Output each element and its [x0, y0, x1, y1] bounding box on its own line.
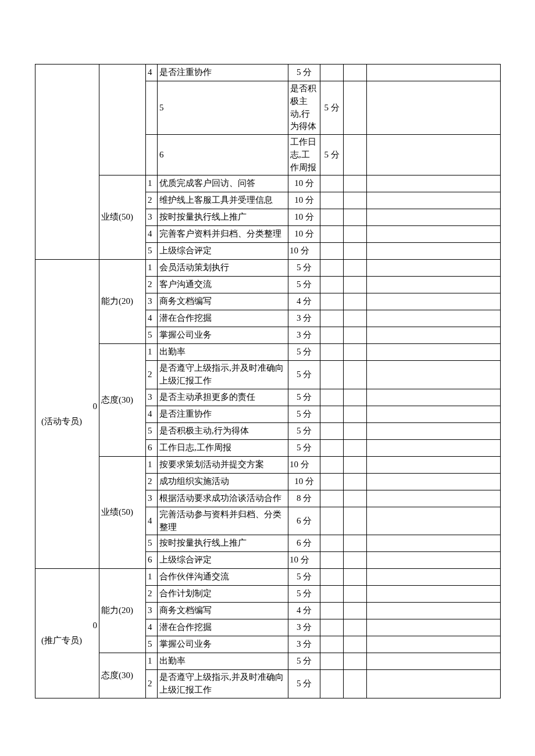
item-score: 10 分	[288, 456, 320, 473]
empty-cell	[344, 277, 367, 293]
item-score: 6 分	[288, 507, 320, 535]
empty-cell	[344, 260, 367, 277]
item-score: 3 分	[288, 310, 320, 327]
item-score: 5 分	[288, 586, 320, 603]
item-score: 5 分	[288, 406, 320, 422]
role-zero: 0	[41, 619, 97, 632]
empty-cell	[367, 310, 501, 327]
empty-cell	[320, 586, 344, 603]
empty-cell	[367, 636, 501, 653]
empty-cell	[344, 603, 367, 619]
empty-cell	[344, 653, 367, 670]
item-score: 5 分	[288, 569, 320, 586]
category-cell	[146, 81, 158, 135]
item-score: 5 分	[288, 344, 320, 361]
item-description: 商务文档编写	[158, 603, 288, 619]
category-cell: 态度(30)	[99, 344, 146, 457]
item-description: 是否积极主动,行为得体	[158, 422, 288, 439]
empty-cell	[320, 439, 344, 456]
empty-cell	[320, 310, 344, 327]
empty-cell	[367, 209, 501, 226]
empty-cell	[367, 569, 501, 586]
item-description: 合作伙伴沟通交流	[158, 569, 288, 586]
empty-cell	[367, 277, 501, 293]
empty-cell	[367, 293, 501, 310]
empty-cell	[367, 192, 501, 209]
empty-cell	[320, 653, 344, 670]
item-description: 工作日志,工作周报	[158, 439, 288, 456]
item-index: 1	[146, 653, 158, 670]
item-index: 5	[146, 422, 158, 439]
category-cell: 能力(20)	[99, 260, 146, 344]
empty-cell	[344, 192, 367, 209]
item-score: 10 分	[288, 192, 320, 209]
item-index: 4	[146, 507, 158, 535]
empty-cell	[320, 344, 344, 361]
item-score: 10 分	[288, 226, 320, 243]
item-index: 2	[146, 473, 158, 490]
empty-cell	[367, 260, 501, 277]
item-description: 出勤率	[158, 653, 288, 670]
item-description: 是否主动承担更多的责任	[158, 389, 288, 406]
empty-cell	[344, 456, 367, 473]
empty-cell	[344, 422, 367, 439]
empty-cell	[320, 260, 344, 277]
item-index: 5	[146, 327, 158, 344]
empty-cell	[320, 619, 344, 636]
item-index: 6	[146, 552, 158, 569]
empty-cell	[367, 243, 501, 260]
item-score: 5 分	[320, 135, 344, 175]
item-description: 按要求策划活动并提交方案	[158, 456, 288, 473]
item-index: 5	[146, 636, 158, 653]
item-score: 6 分	[288, 535, 320, 552]
empty-cell	[344, 389, 367, 406]
empty-cell	[320, 603, 344, 619]
empty-cell	[367, 81, 501, 135]
role-cell: 0(活动专员)	[35, 260, 99, 569]
empty-cell	[344, 243, 367, 260]
item-index: 5	[158, 81, 288, 135]
item-description: 完善客户资料并归档、分类整理	[158, 226, 288, 243]
item-index: 3	[146, 603, 158, 619]
item-index: 4	[146, 65, 158, 81]
empty-cell	[344, 586, 367, 603]
item-score: 10 分	[288, 243, 320, 260]
category-cell	[146, 135, 158, 175]
item-description: 潜在合作挖掘	[158, 310, 288, 327]
item-score: 8 分	[288, 490, 320, 507]
empty-cell	[367, 175, 501, 192]
item-index: 1	[146, 456, 158, 473]
item-score: 5 分	[288, 653, 320, 670]
item-index: 1	[146, 175, 158, 192]
empty-cell	[320, 243, 344, 260]
empty-cell	[344, 344, 367, 361]
empty-cell	[367, 619, 501, 636]
category-cell: 业绩(50)	[99, 456, 146, 569]
empty-cell	[320, 389, 344, 406]
item-score: 5 分	[320, 81, 344, 135]
empty-cell	[367, 473, 501, 490]
item-description: 维护线上客服工具并受理信息	[158, 192, 288, 209]
item-score: 10 分	[288, 175, 320, 192]
item-index: 2	[146, 586, 158, 603]
empty-cell	[344, 310, 367, 327]
item-description: 潜在合作挖掘	[158, 619, 288, 636]
item-score: 5 分	[288, 361, 320, 389]
empty-cell	[367, 389, 501, 406]
role-cell	[35, 65, 99, 260]
item-index: 1	[146, 260, 158, 277]
empty-cell	[367, 456, 501, 473]
empty-cell	[344, 619, 367, 636]
item-description: 客户沟通交流	[158, 277, 288, 293]
empty-cell	[367, 552, 501, 569]
empty-cell	[367, 490, 501, 507]
item-description: 掌握公司业务	[158, 636, 288, 653]
item-index: 3	[146, 389, 158, 406]
item-index: 6	[158, 135, 288, 175]
item-score: 3 分	[288, 327, 320, 344]
item-description: 根据活动要求成功洽谈活动合作	[158, 490, 288, 507]
empty-cell	[320, 175, 344, 192]
empty-cell	[344, 361, 367, 389]
item-description: 优质完成客户回访、问答	[158, 175, 288, 192]
item-description: 成功组织实施活动	[158, 473, 288, 490]
